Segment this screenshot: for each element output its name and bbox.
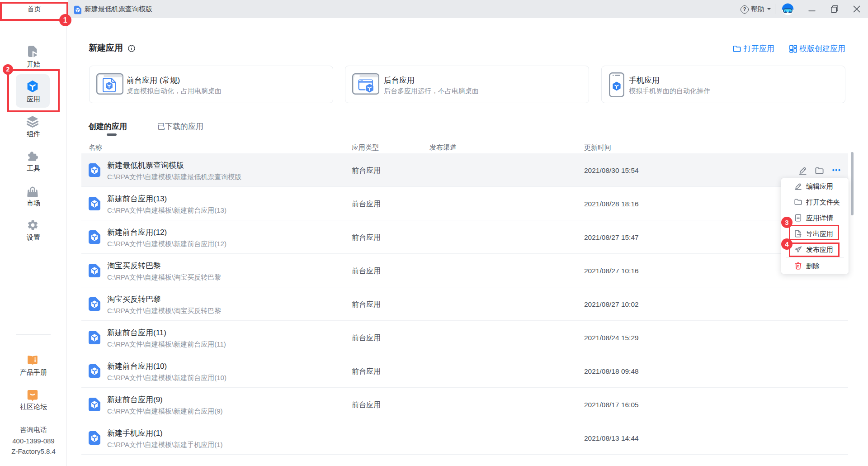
template-grid-icon <box>789 45 797 53</box>
card-phone-app-subtitle: 模拟手机界面的自动化操作 <box>629 87 710 95</box>
sidebar-item-components[interactable]: 组件 <box>0 129 67 138</box>
phone-app-icon <box>609 72 624 97</box>
row-time: 2021/08/24 15:29 <box>584 333 639 342</box>
forum-icon <box>27 390 38 401</box>
row-time: 2021/08/27 10:02 <box>584 300 639 309</box>
trash-icon <box>794 262 802 270</box>
help-button[interactable]: 帮助 <box>751 0 764 18</box>
row-time: 2021/08/13 14:44 <box>584 434 639 442</box>
chevron-down-icon <box>767 8 771 10</box>
scrollbar-thumb[interactable] <box>851 152 854 215</box>
row-name: 新建前台应用(11) <box>107 328 166 337</box>
page-title: 新建应用 <box>89 43 123 53</box>
sidebar-item-forum[interactable]: 社区论坛 <box>0 402 67 411</box>
row-name: 新建前台应用(13) <box>107 195 167 203</box>
table-row[interactable]: 新建前台应用(12) C:\RPA文件\自建模板\新建前台应用(12) 前台应用… <box>81 220 848 254</box>
menu-item-open-folder[interactable]: 打开文件夹 <box>781 194 849 210</box>
table-row[interactable]: 新建手机应用(1) C:\RPA文件\自建模板\新建手机应用(1) 2021/0… <box>81 421 848 455</box>
menu-item-label: 应用详情 <box>806 210 833 226</box>
annotation-box-3 <box>789 225 839 240</box>
sidebar-bottom-divider <box>16 334 51 335</box>
app-file-icon <box>89 230 100 244</box>
row-path: C:\RPA文件\自建模板\淘宝买反转巴黎 <box>107 273 221 281</box>
row-name: 新建最低机票查询模版 <box>107 161 184 170</box>
app-file-icon <box>74 5 81 14</box>
card-front-app-subtitle: 桌面模拟自动化，占用电脑桌面 <box>127 87 222 95</box>
sidebar-item-market[interactable]: 市场 <box>0 199 67 208</box>
table-row[interactable]: 新建前台应用(13) C:\RPA文件\自建模板\新建前台应用(13) 前台应用… <box>81 187 848 220</box>
card-phone-app-title: 手机应用 <box>629 76 660 85</box>
menu-item-label: 打开文件夹 <box>806 194 840 210</box>
card-front-app-title: 前台应用 (常规) <box>127 76 180 85</box>
row-path: C:\RPA文件\自建模板\新建最低机票查询模版 <box>107 173 241 181</box>
row-time: 2021/08/18 09:48 <box>584 367 639 376</box>
open-folder-icon <box>733 45 741 52</box>
tab-downloaded-apps[interactable]: 已下载的应用 <box>157 122 203 131</box>
table-row[interactable]: 新建前台应用(11) C:\RPA文件\自建模板\新建前台应用(11) 前台应用… <box>81 321 848 354</box>
table-row[interactable]: 淘宝买反转巴黎 C:\RPA文件\自建模板\淘宝买反转巴黎 前台应用 2021/… <box>81 287 848 321</box>
table-row[interactable]: 淘宝买反转巴黎 C:\RPA文件\自建模板\淘宝买反转巴黎 前台应用 2021/… <box>81 254 848 287</box>
annotation-step-2: 2 <box>3 64 13 75</box>
app-file-icon <box>89 431 100 445</box>
front-app-icon <box>96 73 123 95</box>
tab-created-apps[interactable]: 创建的应用 <box>89 122 127 131</box>
tab-active-underline <box>107 133 117 136</box>
info-icon[interactable] <box>128 45 135 52</box>
row-type: 前台应用 <box>352 266 381 275</box>
app-window: 首页 新建最低机票查询模版 ? 帮助 开始 应用 组件 工具 市场 设置 产品手… <box>0 0 868 466</box>
annotation-box-1 <box>0 2 68 21</box>
avatar[interactable] <box>782 3 794 15</box>
help-icon: ? <box>741 5 749 14</box>
tab-document[interactable]: 新建最低机票查询模版 <box>85 0 152 18</box>
minimize-button[interactable] <box>808 5 816 12</box>
folder-icon[interactable] <box>815 167 824 175</box>
column-header-name: 名称 <box>89 144 102 151</box>
table-row[interactable]: 新建前台应用(10) C:\RPA文件\自建模板\新建前台应用(10) 前台应用… <box>81 354 848 388</box>
row-time: 2021/08/30 15:54 <box>584 166 639 175</box>
menu-item-edit[interactable]: 编辑应用 <box>781 178 849 194</box>
annotation-step-1: 1 <box>59 14 71 26</box>
table-row[interactable]: 新建最低机票查询模版 C:\RPA文件\自建模板\新建最低机票查询模版 前台应用… <box>81 153 848 187</box>
maximize-button[interactable] <box>831 5 838 13</box>
row-type: 前台应用 <box>352 233 381 242</box>
column-header-channel: 发布渠道 <box>429 144 457 151</box>
menu-item-delete[interactable]: 删除 <box>781 258 849 274</box>
annotation-step-3: 3 <box>781 217 793 228</box>
row-name: 淘宝买反转巴黎 <box>107 295 161 304</box>
row-path: C:\RPA文件\自建模板\新建前台应用(13) <box>107 206 226 214</box>
settings-icon <box>27 219 39 231</box>
table-row[interactable]: 新建前台应用(9) C:\RPA文件\自建模板\新建前台应用(9) 前台应用 2… <box>81 388 848 421</box>
annotation-step-4: 4 <box>781 238 793 250</box>
row-type: 前台应用 <box>352 166 381 175</box>
app-file-icon <box>89 264 100 277</box>
column-header-type: 应用类型 <box>352 144 379 151</box>
app-file-icon <box>89 331 100 344</box>
contact-phone: 400-1399-089 <box>0 437 67 446</box>
edit-icon[interactable] <box>798 166 807 175</box>
app-file-icon <box>89 364 100 378</box>
folder-icon <box>794 198 802 206</box>
menu-item-label: 删除 <box>806 258 820 274</box>
row-path: C:\RPA文件\自建模板\新建前台应用(12) <box>107 240 226 247</box>
close-button[interactable] <box>853 5 860 13</box>
app-file-icon <box>89 398 100 411</box>
row-name: 新建手机应用(1) <box>107 429 163 437</box>
more-actions-icon[interactable] <box>832 168 840 172</box>
row-name: 新建前台应用(12) <box>107 228 167 237</box>
row-type: 前台应用 <box>352 200 381 208</box>
card-back-app-title: 后台应用 <box>384 76 415 85</box>
sidebar-item-settings[interactable]: 设置 <box>0 233 67 242</box>
topbar-divider <box>775 4 775 14</box>
open-app-button[interactable]: 打开应用 <box>744 44 774 54</box>
row-path: C:\RPA文件\自建模板\新建手机应用(1) <box>107 441 223 448</box>
menu-item-label: 编辑应用 <box>806 178 833 194</box>
sidebar-item-tools[interactable]: 工具 <box>0 164 67 173</box>
app-file-icon <box>89 197 100 210</box>
template-create-button[interactable]: 模版创建应用 <box>799 44 845 54</box>
market-icon <box>26 185 39 198</box>
sidebar-item-manual[interactable]: 产品手册 <box>0 368 67 377</box>
sidebar-divider <box>66 18 67 466</box>
column-header-time: 更新时间 <box>584 144 611 151</box>
card-front-app[interactable] <box>89 66 333 103</box>
card-back-app[interactable] <box>345 66 589 103</box>
